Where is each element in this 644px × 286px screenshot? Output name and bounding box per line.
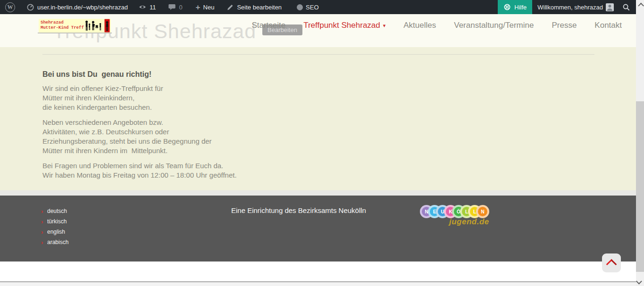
main-nav: StartseiteTreffpunkt Shehrazad▾Aktuelles… <box>251 14 622 37</box>
nav-item-veranstaltung-termine[interactable]: Veranstaltung/Termine <box>454 21 534 30</box>
content-paragraph: Neben verschiedenen Angeboten bzw.Aktivi… <box>42 118 237 155</box>
updates-menu[interactable]: 11 <box>134 0 160 14</box>
site-logo[interactable]: ShehrazadMutter-Kind Treff <box>39 19 111 33</box>
edit-page-menu[interactable]: Seite bearbeiten <box>222 0 286 14</box>
nav-item-label: Startseite <box>251 21 285 30</box>
site-footer: ›deutsch›türkisch›english›arabisch Eine … <box>0 196 636 261</box>
comments-menu[interactable]: 0 <box>164 0 186 14</box>
nav-item-startseite[interactable]: Startseite <box>251 21 285 30</box>
help-label: Hilfe <box>514 4 527 11</box>
chevron-up-icon <box>606 259 617 270</box>
site-name-label: user.in-berlin.de/~wbp/shehrazad <box>37 4 128 11</box>
wordpress-icon: W <box>5 2 15 12</box>
nav-item-label: Presse <box>552 21 577 30</box>
nav-item-label: Veranstaltung/Termine <box>454 21 534 30</box>
language-link-arabisch[interactable]: ›arabisch <box>41 237 68 247</box>
jugend-de-label: jugend.de <box>449 217 489 227</box>
language-label: deutsch <box>47 208 67 214</box>
arrow-bullet-icon: › <box>41 208 47 215</box>
updates-count: 11 <box>150 4 156 11</box>
wp-admin-bar: W user.in-berlin.de/~wbp/shehrazad 11 0 … <box>0 0 636 14</box>
updates-icon <box>138 3 147 11</box>
scrollbar-down-arrow[interactable] <box>638 279 642 283</box>
account-menu[interactable]: Willkommen, shehrazad <box>533 0 618 14</box>
logo-letter: N <box>478 207 487 216</box>
language-link-deutsch[interactable]: ›deutsch <box>41 206 68 216</box>
neukoelln-jugend-logo[interactable]: NEUKÖLLN jugend.de <box>420 205 495 233</box>
language-link-trkisch[interactable]: ›türkisch <box>41 216 68 227</box>
arrow-bullet-icon: › <box>41 218 47 225</box>
content-paragraphs: Wir sind ein offener Kiez-Treffpunkt für… <box>42 84 237 180</box>
pencil-icon <box>226 3 234 11</box>
plus-icon: + <box>196 3 201 11</box>
seo-circle-icon <box>297 4 303 10</box>
nav-item-aktuelles[interactable]: Aktuelles <box>403 21 436 30</box>
life-ring-icon <box>503 3 511 11</box>
comments-count: 0 <box>179 4 182 11</box>
content-heading: Bei uns bist Du genau richtig! <box>42 70 237 79</box>
footer-credit-text: Eine Einrichtung des Bezirksamts Neuköll… <box>231 206 366 214</box>
prefooter-strip <box>0 190 636 196</box>
wp-logo-menu[interactable]: W <box>0 0 19 14</box>
bottom-tray <box>0 282 636 286</box>
title-divider <box>42 54 594 55</box>
browser-viewport: W user.in-berlin.de/~wbp/shehrazad 11 0 … <box>0 0 644 286</box>
site-logo-text: ShehrazadMutter-Kind Treff <box>41 20 84 31</box>
neukoelln-logo-letters: NEUKÖLLN <box>420 205 489 218</box>
site-name-menu[interactable]: user.in-berlin.de/~wbp/shehrazad <box>22 0 132 14</box>
language-label: arabisch <box>47 239 68 245</box>
vertical-scrollbar[interactable] <box>636 0 644 286</box>
arrow-bullet-icon: › <box>41 229 47 236</box>
nav-item-label: Treffpunkt Shehrazad <box>303 21 380 30</box>
language-label: english <box>47 229 65 235</box>
seo-label: SEO <box>306 4 318 11</box>
nav-item-kontakt[interactable]: Kontakt <box>594 21 622 30</box>
new-content-menu[interactable]: + Neu <box>192 0 219 14</box>
avatar <box>606 3 614 11</box>
nav-item-label: Kontakt <box>594 21 622 30</box>
content-paragraph: Wir sind ein offener Kiez-Treffpunkt für… <box>42 84 237 112</box>
help-button[interactable]: Hilfe <box>498 0 532 14</box>
language-list: ›deutsch›türkisch›english›arabisch <box>41 206 68 247</box>
content-paragraph: Bei Fragen und Problemen sind wir als Te… <box>42 161 237 180</box>
main-content: Bei uns bist Du genau richtig! Wir sind … <box>0 47 636 190</box>
scrollbar-thumb[interactable] <box>636 101 644 272</box>
comment-bubble-icon <box>168 3 176 11</box>
arrow-bullet-icon: › <box>41 239 47 246</box>
welcome-text: Willkommen, shehrazad <box>537 4 603 11</box>
chevron-down-icon: ▾ <box>383 23 386 29</box>
logo-letter-halo: N <box>476 205 489 218</box>
scroll-to-top-button[interactable] <box>602 253 621 272</box>
site-logo-line2: Mutter-Kind Treff <box>41 25 84 30</box>
language-link-english[interactable]: ›english <box>41 227 68 237</box>
site-logo-line1: Shehrazad <box>41 20 64 25</box>
search-icon <box>622 3 630 11</box>
nav-item-presse[interactable]: Presse <box>552 21 577 30</box>
dashboard-gauge-icon <box>26 3 34 11</box>
nav-item-treffpunkt-shehrazad[interactable]: Treffpunkt Shehrazad▾ <box>303 21 385 30</box>
family-silhouettes-icon <box>84 19 110 33</box>
language-label: türkisch <box>47 218 67 225</box>
new-label: Neu <box>203 4 215 11</box>
scrollbar-up-arrow[interactable] <box>638 3 642 8</box>
nav-item-label: Aktuelles <box>403 21 436 30</box>
seo-menu[interactable]: SEO <box>293 0 323 14</box>
logo-shadow <box>38 33 112 33</box>
edit-page-label: Seite bearbeiten <box>237 4 282 11</box>
search-button[interactable] <box>618 0 636 14</box>
